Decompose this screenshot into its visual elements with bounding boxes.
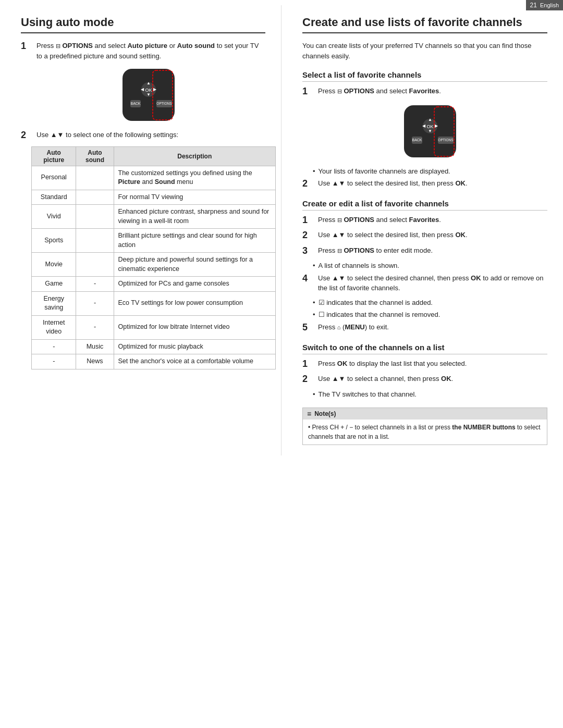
options-icon-1: ⊟ bbox=[56, 42, 60, 51]
notes-header: ≡ Note(s) bbox=[303, 408, 547, 419]
table-cell: Music bbox=[76, 339, 114, 354]
table-cell-desc: Eco TV settings for low power consumptio… bbox=[114, 291, 275, 315]
table-row: Personal The customized settings you def… bbox=[32, 166, 276, 190]
table-row: Game - Optimized for PCs and game consol… bbox=[32, 277, 276, 292]
right-s3-step-2: 2 Use ▲▼ to select a channel, then press… bbox=[302, 374, 547, 385]
subsection-create-title: Create or edit a list of favorite channe… bbox=[302, 199, 547, 211]
menu-icon: ⌂ bbox=[337, 323, 341, 332]
right-s1-step-2-num: 2 bbox=[302, 178, 315, 190]
table-row: - News Set the anchor's voice at a comfo… bbox=[32, 354, 276, 369]
remote-image-right: OK BACK OPTIONS ▲ ▼ ◀ ▶ bbox=[313, 103, 547, 160]
page-number: 21 bbox=[530, 2, 537, 9]
table-cell-desc: Enhanced picture contrast, sharpness and… bbox=[114, 205, 275, 229]
table-cell bbox=[76, 253, 114, 277]
options-icon-3: ⊟ bbox=[337, 216, 342, 225]
options-icon-4: ⊟ bbox=[337, 246, 342, 255]
table-cell: - bbox=[76, 277, 114, 292]
table-cell-desc: Optimized for low bitrate Internet video bbox=[114, 315, 275, 339]
right-s2-bullet-3: ☐ indicates that the channel is removed. bbox=[313, 310, 547, 320]
svg-text:OPTIONS: OPTIONS bbox=[156, 102, 172, 105]
right-s2-step-2-text: Use ▲▼ to select the desired list, then … bbox=[318, 230, 547, 240]
table-cell: Vivid bbox=[32, 205, 76, 229]
table-cell-desc: Optimized for music playback bbox=[114, 339, 275, 354]
left-column: Using auto mode 1 Press ⊟ OPTIONS and se… bbox=[0, 5, 282, 455]
right-s1-step-1-num: 1 bbox=[302, 86, 315, 97]
table-row: Internet video - Optimized for low bitra… bbox=[32, 315, 276, 339]
svg-text:BACK: BACK bbox=[412, 138, 422, 142]
right-section-title: Create and use lists of favorite channel… bbox=[302, 16, 547, 33]
left-step-2-number: 2 bbox=[21, 130, 33, 141]
right-s2-step-4: 4 Use ▲▼ to select the desired channel, … bbox=[302, 273, 547, 293]
page-language: English bbox=[540, 2, 559, 8]
right-intro: You can create lists of your preferred T… bbox=[302, 41, 547, 61]
table-cell: Internet video bbox=[32, 315, 76, 339]
settings-table: Auto picture Auto sound Description Pers… bbox=[31, 146, 276, 369]
page-badge: 21 English bbox=[526, 0, 563, 10]
right-s2-step-1-text: Press ⊟ OPTIONS and select Favorites. bbox=[318, 215, 547, 225]
right-s3-step-1-num: 1 bbox=[302, 359, 315, 370]
table-cell-desc: Brilliant picture settings and clear sou… bbox=[114, 229, 275, 253]
svg-text:▶: ▶ bbox=[435, 124, 438, 128]
table-row: Vivid Enhanced picture contrast, sharpne… bbox=[32, 205, 276, 229]
table-row: Sports Brilliant picture settings and cl… bbox=[32, 229, 276, 253]
right-s2-step-3-text: Press ⊟ OPTIONS to enter edit mode. bbox=[318, 245, 547, 256]
svg-text:◀: ◀ bbox=[141, 87, 144, 92]
remote-image-left: OK BACK OPTIONS ▲ ▼ ◀ ▶ bbox=[31, 66, 265, 124]
right-s2-step-1-num: 1 bbox=[302, 215, 315, 226]
right-s2-step-2: 2 Use ▲▼ to select the desired list, the… bbox=[302, 230, 547, 241]
right-s2-bullet-1: A list of channels is shown. bbox=[313, 261, 547, 271]
table-row: - Music Optimized for music playback bbox=[32, 339, 276, 354]
right-s3-step-1-text: Press OK to display the last list that y… bbox=[318, 359, 547, 369]
right-s1-step-1: 1 Press ⊟ OPTIONS and select Favorites. bbox=[302, 86, 547, 97]
table-cell: Movie bbox=[32, 253, 76, 277]
table-row: Standard For normal TV viewing bbox=[32, 190, 276, 205]
right-s3-bullet-1: The TV switches to that channel. bbox=[313, 389, 547, 400]
right-s2-step-5: 5 Press ⌂ (MENU) to exit. bbox=[302, 322, 547, 334]
svg-text:◀: ◀ bbox=[422, 124, 426, 128]
main-layout: Using auto mode 1 Press ⊟ OPTIONS and se… bbox=[0, 0, 563, 471]
notes-header-text: Note(s) bbox=[314, 410, 336, 417]
notes-icon: ≡ bbox=[307, 410, 311, 418]
right-s1-step-2: 2 Use ▲▼ to select the desired list, the… bbox=[302, 178, 547, 190]
subsection-select-title: Select a list of favorite channels bbox=[302, 70, 547, 82]
table-cell: Game bbox=[32, 277, 76, 292]
right-s2-bullet-2-text: ☑ indicates that the channel is added. bbox=[319, 298, 433, 308]
right-s1-bullet-1: Your lists of favorite channels are disp… bbox=[313, 166, 547, 177]
table-header-auto-picture: Auto picture bbox=[32, 146, 76, 166]
right-s2-step-5-text: Press ⌂ (MENU) to exit. bbox=[318, 322, 547, 332]
notes-content: • Press CH + / − to select channels in a… bbox=[303, 419, 547, 445]
table-cell-desc: For normal TV viewing bbox=[114, 190, 275, 205]
table-header-auto-sound: Auto sound bbox=[76, 146, 114, 166]
right-s2-step-4-text: Use ▲▼ to select the desired channel, th… bbox=[318, 273, 547, 293]
right-s2-step-1: 1 Press ⊟ OPTIONS and select Favorites. bbox=[302, 215, 547, 226]
right-s2-step-3-num: 3 bbox=[302, 245, 315, 257]
table-cell-desc: Optimized for PCs and game consoles bbox=[114, 277, 275, 292]
right-s3-bullet-1-text: The TV switches to that channel. bbox=[319, 389, 417, 400]
right-s1-step-1-text: Press ⊟ OPTIONS and select Favorites. bbox=[318, 86, 547, 96]
table-cell: - bbox=[76, 291, 114, 315]
table-row: Energy saving - Eco TV settings for low … bbox=[32, 291, 276, 315]
left-step-2-text: Use ▲▼ to select one of the following se… bbox=[36, 130, 265, 140]
svg-text:BACK: BACK bbox=[130, 102, 140, 105]
notes-box: ≡ Note(s) • Press CH + / − to select cha… bbox=[302, 408, 547, 445]
right-s3-step-1: 1 Press OK to display the last list that… bbox=[302, 359, 547, 370]
svg-text:▲: ▲ bbox=[146, 81, 151, 85]
table-cell-desc: Set the anchor's voice at a comfortable … bbox=[114, 354, 275, 369]
table-cell: - bbox=[32, 339, 76, 354]
right-s3-step-2-text: Use ▲▼ to select a channel, then press O… bbox=[318, 374, 547, 384]
right-s2-step-5-num: 5 bbox=[302, 322, 315, 334]
table-cell: Personal bbox=[32, 166, 76, 190]
right-s2-step-3: 3 Press ⊟ OPTIONS to enter edit mode. bbox=[302, 245, 547, 257]
right-column: Create and use lists of favorite channel… bbox=[282, 5, 563, 455]
right-s2-bullet-3-text: ☐ indicates that the channel is removed. bbox=[319, 310, 440, 320]
table-cell bbox=[76, 229, 114, 253]
right-s1-step-2-text: Use ▲▼ to select the desired list, then … bbox=[318, 178, 547, 189]
right-s2-bullet-1-text: A list of channels is shown. bbox=[319, 261, 399, 271]
table-cell: Standard bbox=[32, 190, 76, 205]
subsection-switch-title: Switch to one of the channels on a list bbox=[302, 343, 547, 354]
svg-text:▲: ▲ bbox=[428, 117, 432, 122]
svg-text:▼: ▼ bbox=[146, 92, 151, 97]
table-cell: News bbox=[76, 354, 114, 369]
table-cell: Energy saving bbox=[32, 291, 76, 315]
table-header-description: Description bbox=[114, 146, 275, 166]
